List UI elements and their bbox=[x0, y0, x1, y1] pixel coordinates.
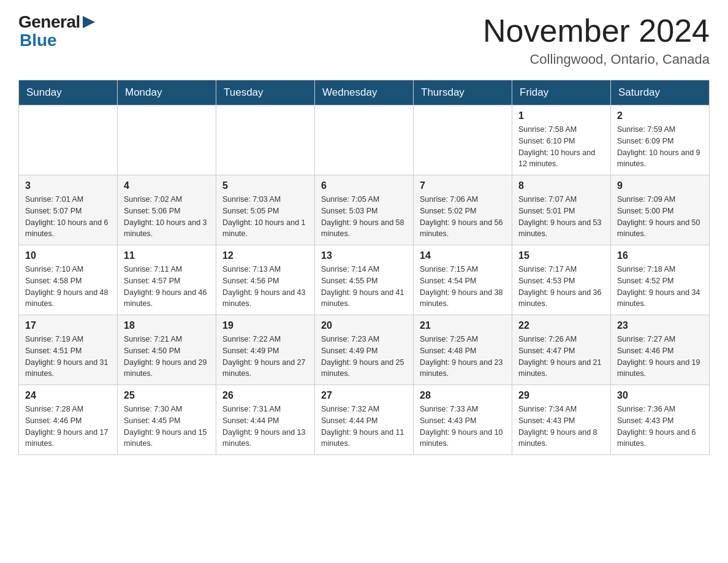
table-row: 5 Sunrise: 7:03 AM Sunset: 5:05 PM Dayli… bbox=[216, 175, 315, 245]
sunset-text: Sunset: 4:48 PM bbox=[420, 347, 476, 355]
calendar-week-row: 24 Sunrise: 7:28 AM Sunset: 4:46 PM Dayl… bbox=[19, 385, 710, 455]
day-info: Sunrise: 7:19 AM Sunset: 4:51 PM Dayligh… bbox=[25, 334, 111, 380]
day-number: 7 bbox=[420, 180, 506, 191]
sunset-text: Sunset: 4:47 PM bbox=[518, 347, 575, 355]
daylight-text: Daylight: 10 hours and 12 minutes. bbox=[518, 148, 595, 169]
day-info: Sunrise: 7:13 AM Sunset: 4:56 PM Dayligh… bbox=[222, 264, 308, 310]
table-row: 22 Sunrise: 7:26 AM Sunset: 4:47 PM Dayl… bbox=[512, 315, 611, 385]
header-friday: Friday bbox=[512, 80, 611, 105]
page-header: General Blue November 2024 Collingwood, … bbox=[18, 12, 710, 67]
sunrise-text: Sunrise: 7:59 AM bbox=[617, 125, 675, 134]
sunrise-text: Sunrise: 7:34 AM bbox=[518, 405, 577, 413]
daylight-text: Daylight: 9 hours and 43 minutes. bbox=[222, 288, 306, 308]
sunset-text: Sunset: 4:55 PM bbox=[321, 277, 377, 285]
day-info: Sunrise: 7:17 AM Sunset: 4:53 PM Dayligh… bbox=[518, 264, 604, 310]
sunrise-text: Sunrise: 7:05 AM bbox=[321, 195, 379, 204]
calendar-week-row: 10 Sunrise: 7:10 AM Sunset: 4:58 PM Dayl… bbox=[19, 245, 710, 315]
day-number: 26 bbox=[222, 390, 308, 401]
table-row bbox=[414, 105, 512, 175]
table-row bbox=[19, 105, 118, 175]
day-number: 28 bbox=[420, 390, 506, 401]
sunrise-text: Sunrise: 7:26 AM bbox=[518, 335, 577, 343]
logo: General Blue bbox=[18, 12, 97, 50]
daylight-text: Daylight: 10 hours and 6 minutes. bbox=[25, 218, 108, 239]
sunrise-text: Sunrise: 7:10 AM bbox=[25, 265, 83, 274]
header-sunday: Sunday bbox=[19, 80, 118, 105]
daylight-text: Daylight: 9 hours and 53 minutes. bbox=[518, 218, 602, 239]
sunrise-text: Sunrise: 7:28 AM bbox=[25, 405, 83, 413]
day-number: 19 bbox=[222, 320, 308, 331]
sunset-text: Sunset: 4:49 PM bbox=[222, 347, 279, 355]
day-info: Sunrise: 7:26 AM Sunset: 4:47 PM Dayligh… bbox=[518, 334, 604, 380]
sunrise-text: Sunrise: 7:22 AM bbox=[222, 335, 281, 343]
sunset-text: Sunset: 4:54 PM bbox=[420, 277, 476, 285]
day-info: Sunrise: 7:34 AM Sunset: 4:43 PM Dayligh… bbox=[518, 404, 604, 450]
header-wednesday: Wednesday bbox=[315, 80, 414, 105]
day-number: 10 bbox=[25, 250, 111, 261]
table-row: 10 Sunrise: 7:10 AM Sunset: 4:58 PM Dayl… bbox=[19, 245, 118, 315]
day-info: Sunrise: 7:01 AM Sunset: 5:07 PM Dayligh… bbox=[25, 194, 111, 240]
daylight-text: Daylight: 9 hours and 31 minutes. bbox=[25, 358, 108, 378]
day-info: Sunrise: 7:22 AM Sunset: 4:49 PM Dayligh… bbox=[222, 334, 308, 380]
sunset-text: Sunset: 4:49 PM bbox=[321, 347, 377, 355]
sunrise-text: Sunrise: 7:02 AM bbox=[124, 195, 182, 204]
sunrise-text: Sunrise: 7:14 AM bbox=[321, 265, 379, 274]
day-number: 23 bbox=[617, 320, 703, 331]
sunrise-text: Sunrise: 7:27 AM bbox=[617, 335, 675, 343]
header-thursday: Thursday bbox=[414, 80, 512, 105]
sunset-text: Sunset: 4:43 PM bbox=[420, 416, 476, 425]
sunset-text: Sunset: 5:00 PM bbox=[617, 207, 673, 215]
daylight-text: Daylight: 9 hours and 6 minutes. bbox=[617, 428, 696, 448]
logo-general-text: General bbox=[18, 12, 80, 32]
day-info: Sunrise: 7:18 AM Sunset: 4:52 PM Dayligh… bbox=[617, 264, 703, 310]
table-row: 16 Sunrise: 7:18 AM Sunset: 4:52 PM Dayl… bbox=[611, 245, 710, 315]
daylight-text: Daylight: 9 hours and 19 minutes. bbox=[617, 358, 700, 378]
svg-marker-0 bbox=[83, 16, 95, 28]
table-row: 15 Sunrise: 7:17 AM Sunset: 4:53 PM Dayl… bbox=[512, 245, 611, 315]
sunset-text: Sunset: 4:43 PM bbox=[518, 416, 575, 425]
sunrise-text: Sunrise: 7:58 AM bbox=[518, 125, 577, 134]
sunset-text: Sunset: 4:44 PM bbox=[321, 416, 377, 425]
table-row: 3 Sunrise: 7:01 AM Sunset: 5:07 PM Dayli… bbox=[19, 175, 118, 245]
sunset-text: Sunset: 4:44 PM bbox=[222, 416, 279, 425]
day-info: Sunrise: 7:11 AM Sunset: 4:57 PM Dayligh… bbox=[124, 264, 210, 310]
sunrise-text: Sunrise: 7:13 AM bbox=[222, 265, 281, 274]
table-row: 25 Sunrise: 7:30 AM Sunset: 4:45 PM Dayl… bbox=[118, 385, 216, 455]
table-row: 8 Sunrise: 7:07 AM Sunset: 5:01 PM Dayli… bbox=[512, 175, 611, 245]
table-row: 2 Sunrise: 7:59 AM Sunset: 6:09 PM Dayli… bbox=[611, 105, 710, 175]
sunset-text: Sunset: 4:58 PM bbox=[25, 277, 82, 285]
sunrise-text: Sunrise: 7:11 AM bbox=[124, 265, 182, 274]
day-info: Sunrise: 7:14 AM Sunset: 4:55 PM Dayligh… bbox=[321, 264, 407, 310]
sunrise-text: Sunrise: 7:07 AM bbox=[518, 195, 577, 204]
daylight-text: Daylight: 9 hours and 41 minutes. bbox=[321, 288, 404, 308]
sunset-text: Sunset: 5:02 PM bbox=[420, 207, 476, 215]
sunset-text: Sunset: 5:07 PM bbox=[25, 207, 82, 215]
sunrise-text: Sunrise: 7:17 AM bbox=[518, 265, 577, 274]
table-row: 9 Sunrise: 7:09 AM Sunset: 5:00 PM Dayli… bbox=[611, 175, 710, 245]
day-info: Sunrise: 7:21 AM Sunset: 4:50 PM Dayligh… bbox=[124, 334, 210, 380]
table-row: 26 Sunrise: 7:31 AM Sunset: 4:44 PM Dayl… bbox=[216, 385, 315, 455]
day-number: 27 bbox=[321, 390, 407, 401]
day-number: 8 bbox=[518, 180, 604, 191]
day-number: 12 bbox=[222, 250, 308, 261]
table-row bbox=[216, 105, 315, 175]
sunrise-text: Sunrise: 7:36 AM bbox=[617, 405, 675, 413]
table-row bbox=[118, 105, 216, 175]
header-monday: Monday bbox=[118, 80, 216, 105]
day-number: 16 bbox=[617, 250, 703, 261]
day-info: Sunrise: 7:10 AM Sunset: 4:58 PM Dayligh… bbox=[25, 264, 111, 310]
sunrise-text: Sunrise: 7:21 AM bbox=[124, 335, 182, 343]
table-row: 11 Sunrise: 7:11 AM Sunset: 4:57 PM Dayl… bbox=[118, 245, 216, 315]
calendar-week-row: 3 Sunrise: 7:01 AM Sunset: 5:07 PM Dayli… bbox=[19, 175, 710, 245]
table-row bbox=[315, 105, 414, 175]
day-info: Sunrise: 7:02 AM Sunset: 5:06 PM Dayligh… bbox=[124, 194, 210, 240]
day-number: 3 bbox=[25, 180, 111, 191]
header-saturday: Saturday bbox=[611, 80, 710, 105]
sunrise-text: Sunrise: 7:19 AM bbox=[25, 335, 83, 343]
daylight-text: Daylight: 9 hours and 34 minutes. bbox=[617, 288, 700, 308]
sunset-text: Sunset: 4:45 PM bbox=[124, 416, 180, 425]
day-number: 25 bbox=[124, 390, 210, 401]
day-info: Sunrise: 7:23 AM Sunset: 4:49 PM Dayligh… bbox=[321, 334, 407, 380]
sunset-text: Sunset: 4:53 PM bbox=[518, 277, 575, 285]
day-number: 13 bbox=[321, 250, 407, 261]
